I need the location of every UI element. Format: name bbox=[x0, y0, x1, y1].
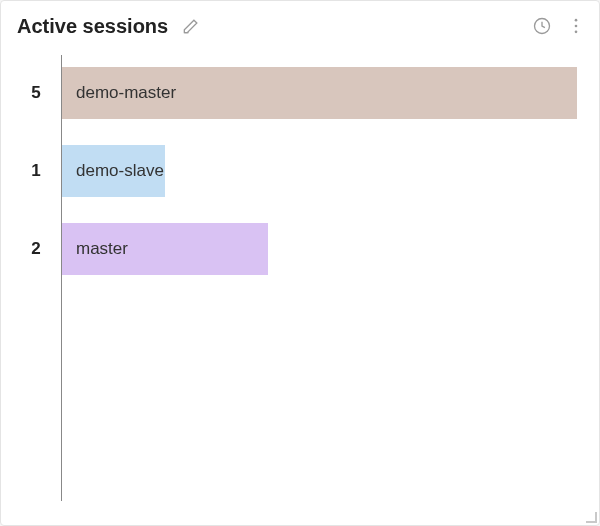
chart-plot: 5demo-master1demo-slave2master bbox=[61, 55, 577, 501]
bar-value-label: 2 bbox=[18, 223, 62, 275]
svg-point-1 bbox=[575, 19, 578, 22]
clock-icon[interactable] bbox=[531, 15, 553, 37]
pencil-icon[interactable] bbox=[180, 15, 202, 37]
svg-point-3 bbox=[575, 31, 578, 34]
bar-demo-master[interactable]: demo-master bbox=[62, 67, 577, 119]
chart-row: 5demo-master bbox=[62, 67, 577, 119]
panel-active-sessions: Active sessions 5demo-master1demo bbox=[0, 0, 600, 526]
chart-row: 1demo-slave bbox=[62, 145, 577, 197]
svg-point-2 bbox=[575, 25, 578, 28]
bar-category-label: demo-master bbox=[76, 83, 176, 103]
chart-area: 5demo-master1demo-slave2master bbox=[1, 47, 599, 525]
bar-category-label: demo-slave bbox=[76, 161, 164, 181]
resize-handle-icon[interactable] bbox=[583, 509, 597, 523]
bar-demo-slave[interactable]: demo-slave bbox=[62, 145, 165, 197]
more-vert-icon[interactable] bbox=[565, 15, 587, 37]
chart-row: 2master bbox=[62, 223, 577, 275]
panel-title: Active sessions bbox=[17, 16, 168, 36]
bar-category-label: master bbox=[76, 239, 128, 259]
bar-value-label: 1 bbox=[18, 145, 62, 197]
bar-value-label: 5 bbox=[18, 67, 62, 119]
panel-header: Active sessions bbox=[1, 1, 599, 47]
bar-master[interactable]: master bbox=[62, 223, 268, 275]
